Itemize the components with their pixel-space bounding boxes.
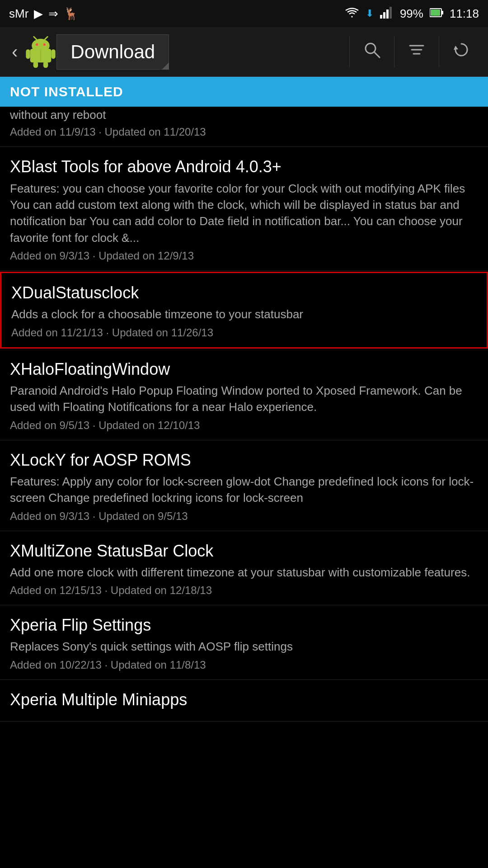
wifi-icon <box>345 6 359 22</box>
item-meta-partial: Added on 11/9/13 · Updated on 11/20/13 <box>10 126 478 138</box>
item-meta: Added on 9/5/13 · Updated on 12/10/13 <box>10 419 478 432</box>
list-item-xdualstatusclock[interactable]: XDualStatusclockAdds a clock for a choos… <box>0 272 488 349</box>
toolbar-title: Download <box>56 34 169 70</box>
items-list: XBlast Tools for above Android 4.0.3+Fea… <box>0 147 488 722</box>
svg-rect-2 <box>386 9 389 19</box>
svg-rect-16 <box>43 61 48 68</box>
item-meta: Added on 10/22/13 · Updated on 11/8/13 <box>10 659 478 671</box>
item-title: XLockY for AOSP ROMS <box>10 450 478 470</box>
svg-rect-1 <box>383 12 385 19</box>
time-label: 11:18 <box>450 7 479 21</box>
list-item-xmultizone[interactable]: XMultiZone StatusBar ClockAdd one more c… <box>0 531 488 606</box>
item-desc: Features: Apply any color for lock-scree… <box>10 473 478 506</box>
list-item-xperiaflip[interactable]: Xperia Flip SettingsReplaces Sony's quic… <box>0 605 488 680</box>
item-meta: Added on 12/15/13 · Updated on 12/18/13 <box>10 584 478 597</box>
item-meta: Added on 11/21/13 · Updated on 11/26/13 <box>11 326 477 339</box>
item-desc: Features: you can choose your favorite c… <box>10 180 478 246</box>
status-bar: sMr ▶ ⇒ 🦌 ⬇ 99% <box>0 0 488 27</box>
svg-rect-0 <box>380 15 382 19</box>
svg-rect-3 <box>389 7 392 19</box>
svg-line-21 <box>375 52 380 57</box>
nav-icon-3: 🦌 <box>64 7 78 21</box>
signal-icon <box>380 6 394 22</box>
list-item-xperiamultiple[interactable]: Xperia Multiple Miniapps <box>0 680 488 722</box>
list-item-xhalofloatingwindow[interactable]: XHaloFloatingWindowParanoid Android's Ha… <box>0 349 488 440</box>
item-title: XBlast Tools for above Android 4.0.3+ <box>10 157 478 176</box>
svg-line-11 <box>34 37 37 39</box>
nav-icon-1: ▶ <box>34 7 43 21</box>
svg-rect-6 <box>431 9 440 16</box>
svg-rect-13 <box>26 49 30 59</box>
item-title: XMultiZone StatusBar Clock <box>10 541 478 561</box>
svg-marker-25 <box>454 46 458 50</box>
item-title: XHaloFloatingWindow <box>10 359 478 379</box>
toolbar-actions <box>349 36 483 68</box>
svg-point-18 <box>36 43 38 46</box>
item-meta: Added on 9/3/13 · Updated on 9/5/13 <box>10 510 478 523</box>
search-button[interactable] <box>349 36 394 68</box>
item-desc: Add one more clock with different timezo… <box>10 564 478 580</box>
item-title: Xperia Flip Settings <box>10 615 478 635</box>
nav-icon-2: ⇒ <box>48 7 58 21</box>
back-button[interactable]: ‹ <box>5 37 25 66</box>
refresh-button[interactable] <box>439 36 483 68</box>
svg-rect-5 <box>441 11 443 14</box>
status-left: sMr ▶ ⇒ 🦌 <box>9 7 78 21</box>
status-right: ⬇ 99% 11:18 <box>345 6 479 22</box>
battery-icon <box>430 7 443 21</box>
svg-rect-14 <box>52 49 56 59</box>
android-logo <box>25 36 56 68</box>
item-desc: Adds a clock for a choosable timzeone to… <box>11 306 477 322</box>
list-item-xlocky[interactable]: XLockY for AOSP ROMSFeatures: Apply any … <box>0 440 488 531</box>
item-desc: Paranoid Android's Halo Popup Floating W… <box>10 382 478 415</box>
svg-point-20 <box>366 43 375 53</box>
svg-point-19 <box>43 43 46 46</box>
item-title: XDualStatusclock <box>11 283 477 302</box>
list-item-xblast[interactable]: XBlast Tools for above Android 4.0.3+Fea… <box>0 147 488 271</box>
battery-label: 99% <box>400 7 423 21</box>
list-item-partial[interactable]: without any reboot Added on 11/9/13 · Up… <box>0 107 488 147</box>
item-meta: Added on 9/3/13 · Updated on 12/9/13 <box>10 250 478 262</box>
filter-button[interactable] <box>394 36 439 68</box>
svg-line-12 <box>45 37 48 39</box>
download-status-icon: ⬇ <box>366 8 374 19</box>
svg-rect-15 <box>33 61 38 68</box>
not-installed-banner: NOT INSTALLED <box>0 77 488 107</box>
toolbar: ‹ Download <box>0 27 488 77</box>
item-title: Xperia Multiple Miniapps <box>10 690 478 709</box>
carrier-label: sMr <box>9 7 28 21</box>
item-desc: Replaces Sony's quick settings with AOSP… <box>10 638 478 655</box>
item-desc-partial: without any reboot <box>10 107 478 123</box>
